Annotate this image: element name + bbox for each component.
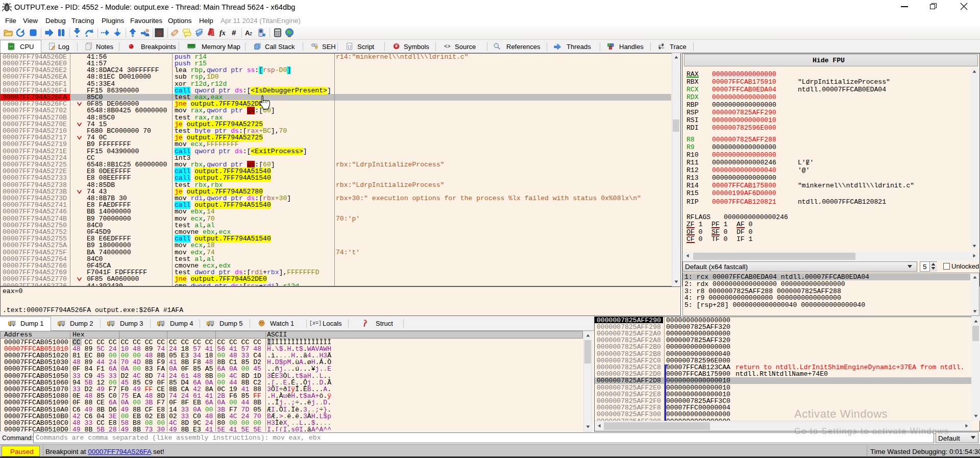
svg-text:fx: fx [219,29,226,37]
svg-text:<>: <> [444,43,451,50]
svg-text:z: z [250,31,252,36]
svg-text:#: # [232,28,236,37]
svg-text:S: S [158,30,161,37]
svg-text:{}: {} [347,44,352,49]
svg-text:64: 64 [10,45,13,49]
